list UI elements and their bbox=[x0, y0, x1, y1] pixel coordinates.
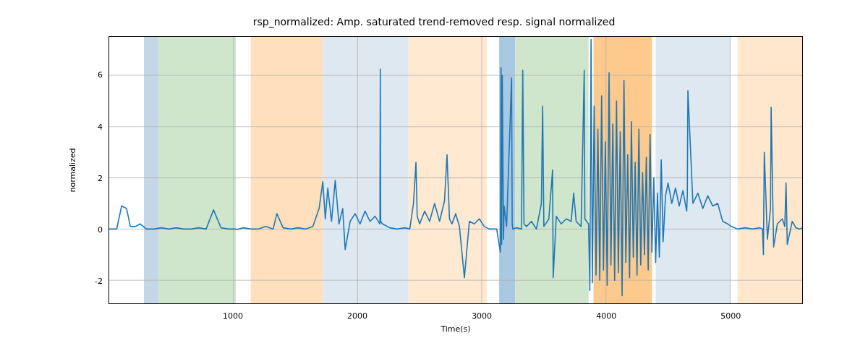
figure: rsp_normalized: Amp. saturated trend-rem… bbox=[0, 0, 868, 362]
y-tick-label: -2 bbox=[81, 276, 103, 285]
x-tick-label: 5000 bbox=[720, 311, 741, 321]
chart-region bbox=[251, 37, 323, 303]
chart-region bbox=[515, 37, 588, 303]
plot-area bbox=[109, 36, 803, 304]
chart-region bbox=[738, 37, 802, 303]
chart-region bbox=[144, 37, 159, 303]
x-tick-label: 3000 bbox=[472, 311, 492, 321]
y-tick-label: 0 bbox=[81, 224, 103, 234]
chart-region bbox=[655, 37, 730, 303]
x-tick-label: 2000 bbox=[347, 311, 367, 321]
x-tick-label: 4000 bbox=[596, 311, 616, 321]
chart-title: rsp_normalized: Amp. saturated trend-rem… bbox=[0, 16, 868, 28]
y-tick-label: 6 bbox=[81, 70, 103, 80]
y-tick-label: 2 bbox=[81, 173, 103, 182]
y-tick-label: 4 bbox=[81, 122, 103, 131]
x-axis-label: Time(s) bbox=[441, 324, 470, 334]
chart-region bbox=[323, 37, 408, 303]
y-axis-label: normalized bbox=[68, 148, 77, 192]
x-tick-label: 1000 bbox=[223, 311, 243, 321]
chart-region bbox=[159, 37, 236, 303]
